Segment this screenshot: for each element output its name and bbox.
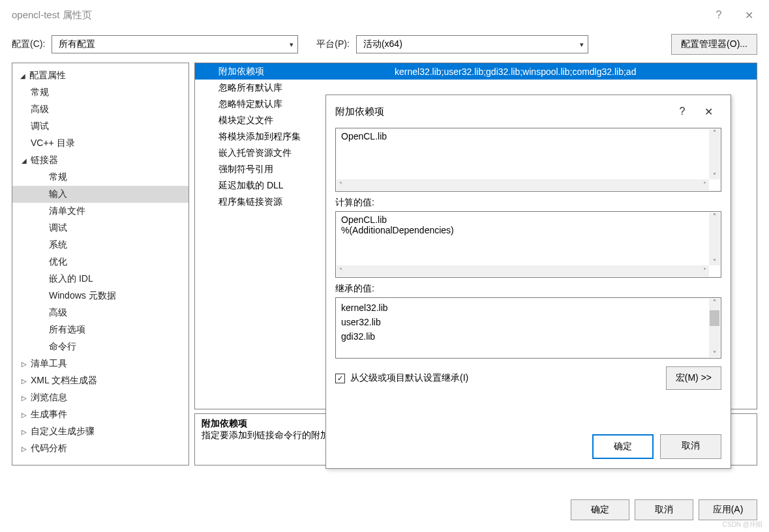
- property-name: 附加依赖项: [195, 66, 391, 78]
- tree-item[interactable]: ▷清单工具: [12, 355, 188, 372]
- window-title: opencl-test 属性页: [12, 9, 704, 22]
- vertical-scrollbar[interactable]: ˄˅: [709, 213, 720, 265]
- property-pages-window: opencl-test 属性页 ? ✕ 配置(C): 所有配置 ▾ 平台(P):…: [0, 0, 769, 532]
- edit-textbox[interactable]: OpenCL.lib ˄˅ ˂˃: [335, 128, 721, 192]
- tree-item[interactable]: 调试: [12, 220, 188, 237]
- cancel-button[interactable]: 取消: [635, 499, 693, 520]
- tree-item[interactable]: ▷自定义生成步骤: [12, 423, 188, 440]
- watermark: CSDN @拜阳: [723, 520, 762, 529]
- scroll-right-icon[interactable]: ˃: [703, 181, 706, 188]
- property-row-selected[interactable]: 附加依赖项 kernel32.lib;user32.lib;gdi32.lib;…: [195, 63, 757, 80]
- platform-value: 活动(x64): [363, 38, 402, 50]
- inherited-line: kernel32.lib: [341, 301, 705, 315]
- expander-closed-icon: ▷: [22, 394, 31, 402]
- calculated-textbox: OpenCL.lib %(AdditionalDependencies) ˄˅ …: [335, 211, 721, 278]
- scroll-down-icon[interactable]: ˅: [713, 172, 716, 179]
- tree-item[interactable]: 优化: [12, 254, 188, 271]
- inherit-label: 从父级或项目默认设置继承(I): [350, 372, 468, 384]
- close-icon[interactable]: ✕: [695, 106, 721, 118]
- apply-button[interactable]: 应用(A): [699, 499, 757, 520]
- scroll-down-icon[interactable]: ˅: [713, 350, 716, 357]
- config-manager-button[interactable]: 配置管理器(O)...: [671, 34, 757, 55]
- help-icon[interactable]: ?: [704, 9, 734, 21]
- tree-item[interactable]: ▷代码分析: [12, 440, 188, 457]
- popup-title: 附加依赖项: [335, 106, 669, 118]
- expander-closed-icon: ▷: [22, 377, 31, 385]
- scroll-left-icon[interactable]: ˂: [339, 181, 342, 188]
- tree-item[interactable]: 调试: [12, 118, 188, 135]
- tree-item[interactable]: 所有选项: [12, 321, 188, 338]
- scroll-left-icon[interactable]: ˂: [339, 267, 342, 274]
- tree-item[interactable]: Windows 元数据: [12, 288, 188, 304]
- popup-titlebar: 附加依赖项 ? ✕: [326, 95, 731, 128]
- config-label: 配置(C):: [12, 38, 45, 50]
- tree-linker[interactable]: ◢链接器: [12, 152, 188, 169]
- expander-closed-icon: ▷: [22, 428, 31, 436]
- inherited-line: winspool.lib: [341, 344, 705, 346]
- expander-open-icon: ◢: [20, 72, 29, 80]
- horizontal-scrollbar[interactable]: ˂˃: [337, 265, 709, 276]
- tree-item[interactable]: ▷生成事件: [12, 406, 188, 423]
- close-icon[interactable]: ✕: [734, 9, 764, 22]
- property-value[interactable]: kernel32.lib;user32.lib;gdi32.lib;winspo…: [391, 66, 757, 77]
- chevron-down-icon: ▾: [580, 40, 584, 49]
- inherited-line: user32.lib: [341, 315, 705, 329]
- scroll-down-icon[interactable]: ˅: [713, 258, 716, 265]
- inherit-checkbox[interactable]: ✓: [335, 374, 345, 383]
- platform-label: 平台(P):: [316, 38, 350, 50]
- tree-item[interactable]: 命令行: [12, 338, 188, 355]
- tree-item[interactable]: 系统: [12, 237, 188, 254]
- tree-item[interactable]: 常规: [12, 169, 188, 186]
- scroll-up-icon[interactable]: ˄: [713, 213, 716, 220]
- titlebar: opencl-test 属性页 ? ✕: [0, 0, 769, 30]
- config-combo[interactable]: 所有配置 ▾: [52, 35, 298, 53]
- inherited-line: gdi32.lib: [341, 329, 705, 344]
- inherited-listbox: kernel32.lib user32.lib gdi32.lib winspo…: [335, 297, 721, 359]
- config-value: 所有配置: [59, 38, 95, 50]
- tree-item[interactable]: 嵌入的 IDL: [12, 271, 188, 288]
- scrollbar-thumb[interactable]: [710, 310, 719, 326]
- scroll-up-icon[interactable]: ˄: [713, 299, 716, 306]
- additional-deps-dialog: 附加依赖项 ? ✕ OpenCL.lib ˄˅ ˂˃ 计算的值: OpenCL.…: [325, 95, 731, 469]
- tree-item[interactable]: VC++ 目录: [12, 135, 188, 152]
- horizontal-scrollbar[interactable]: ˂˃: [337, 179, 709, 190]
- scroll-right-icon[interactable]: ˃: [703, 267, 706, 274]
- tree-root[interactable]: ◢配置属性: [12, 67, 188, 84]
- expander-closed-icon: ▷: [22, 361, 31, 368]
- calc-line: %(AdditionalDependencies): [341, 225, 705, 235]
- expander-open-icon: ◢: [22, 157, 31, 164]
- inherited-label: 继承的值:: [335, 278, 721, 297]
- popup-buttons: 确定 取消: [326, 432, 731, 468]
- scroll-up-icon[interactable]: ˄: [713, 129, 716, 136]
- tree-item-selected[interactable]: 输入: [12, 186, 188, 203]
- tree-item[interactable]: 高级: [12, 304, 188, 321]
- category-tree[interactable]: ◢配置属性 常规 高级 调试 VC++ 目录 ◢链接器 常规 输入 清单文件 调…: [12, 63, 189, 466]
- tree-item[interactable]: ▷浏览信息: [12, 389, 188, 406]
- macros-button[interactable]: 宏(M) >>: [666, 366, 721, 390]
- vertical-scrollbar[interactable]: ˄˅: [709, 299, 720, 357]
- help-icon[interactable]: ?: [669, 106, 695, 117]
- popup-cancel-button[interactable]: 取消: [660, 434, 721, 459]
- tree-item[interactable]: 常规: [12, 84, 188, 101]
- config-toolbar: 配置(C): 所有配置 ▾ 平台(P): 活动(x64) ▾ 配置管理器(O).…: [0, 30, 769, 63]
- tree-item[interactable]: 高级: [12, 101, 188, 118]
- tree-item[interactable]: ▷XML 文档生成器: [12, 372, 188, 389]
- calc-line: OpenCL.lib: [341, 214, 705, 225]
- ok-button[interactable]: 确定: [571, 499, 629, 520]
- edit-value: OpenCL.lib: [341, 131, 387, 141]
- vertical-scrollbar[interactable]: ˄˅: [709, 129, 720, 179]
- tree-item[interactable]: 清单文件: [12, 203, 188, 220]
- chevron-down-icon: ▾: [290, 40, 294, 49]
- popup-ok-button[interactable]: 确定: [592, 434, 654, 459]
- platform-combo[interactable]: 活动(x64) ▾: [356, 35, 588, 53]
- dialog-buttons: 确定 取消 应用(A): [571, 499, 757, 520]
- calc-label: 计算的值:: [335, 192, 721, 211]
- expander-closed-icon: ▷: [22, 445, 31, 452]
- property-row[interactable]: 忽略所有默认库: [195, 80, 757, 96]
- expander-closed-icon: ▷: [22, 411, 31, 419]
